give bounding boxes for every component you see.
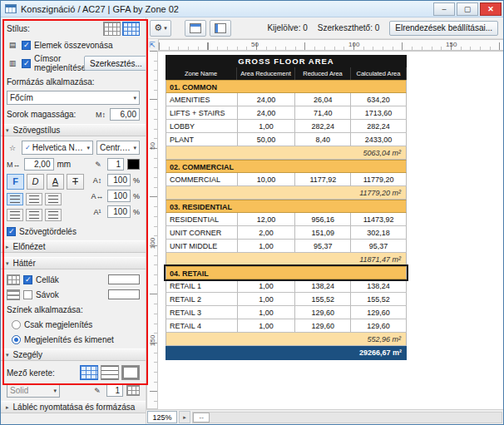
char-spacing-input[interactable]: 100 [107, 190, 131, 202]
cells-color-swatch[interactable] [108, 274, 140, 284]
section-footer[interactable]: ▸ Lábléc nyomtatása és formázása [1, 401, 146, 413]
table-cell[interactable]: AMENITIES [166, 93, 238, 106]
table-row[interactable]: RETAIL 31,00129,60129,60 [166, 306, 407, 319]
table-row[interactable]: RETAIL 41,00129,60129,60 [166, 319, 407, 333]
table-total-row[interactable]: 29266,67 m² [166, 346, 407, 360]
table-cell[interactable]: 1,00 [238, 120, 296, 132]
table-cell[interactable]: 1,00 [238, 240, 296, 252]
font-size-input[interactable]: 2,00 [24, 158, 54, 170]
table-cell[interactable]: 2433,00 [351, 133, 407, 146]
table-cell[interactable]: 1,00 [238, 306, 296, 319]
italic-button[interactable]: D [27, 174, 44, 190]
section-border[interactable]: ▾ Szegély [1, 348, 146, 361]
table-cell[interactable]: 151,09 [295, 226, 351, 239]
table-cell[interactable]: 138,24 [295, 279, 351, 292]
layout-settings-button[interactable]: Elrendezések beállításai... [389, 21, 498, 36]
table-cell[interactable]: UNIT MIDDLE [166, 240, 238, 252]
column-header-reduced-area[interactable]: Reduced Area [295, 67, 351, 80]
table-row[interactable]: RETAIL 21,00155,52155,52 [166, 293, 407, 306]
border-outline-button[interactable] [121, 365, 140, 380]
align-left-icon[interactable] [7, 193, 23, 205]
table-subtotal-row[interactable]: 552,96 m² [166, 333, 407, 346]
table-cell[interactable]: 24,00 [238, 106, 296, 119]
scroll-right-arrow[interactable]: ▸ [179, 411, 190, 423]
style-grid-plain-button[interactable] [103, 22, 121, 36]
section-background[interactable]: ▾ Háttér [1, 257, 146, 269]
table-cell[interactable]: 95,37 [295, 240, 351, 252]
table-cell[interactable]: 155,52 [351, 293, 407, 305]
table-cell[interactable]: 71,40 [295, 106, 351, 119]
font-select[interactable]: ✓ Helvetica Neue ▾ [22, 141, 93, 155]
section-preview[interactable]: ▸ Előnézet [1, 240, 146, 253]
table-row[interactable]: RESIDENTIAL12,00956,1611473,92 [166, 213, 407, 226]
table-cell[interactable]: 1,00 [238, 293, 296, 305]
align-center-icon[interactable] [26, 193, 42, 205]
table-subtotal-row[interactable]: 5063,04 m² [166, 146, 407, 160]
table-cell[interactable]: 634,20 [351, 93, 407, 106]
border-pen-input[interactable]: 1 [106, 384, 123, 397]
edit-header-button[interactable]: Szerkesztés... [84, 56, 146, 71]
horizontal-ruler[interactable]: 50100150 [158, 39, 503, 51]
table-title[interactable]: GROSS FLOOR AREA [166, 55, 407, 67]
table-row[interactable]: RETAIL 11,00138,24138,24 [166, 279, 407, 293]
font-color-swatch[interactable] [127, 159, 140, 170]
table-cell[interactable]: LIFTS + STAIRS [166, 106, 238, 119]
line-spacing-input[interactable]: 100 [107, 174, 131, 186]
table-cell[interactable]: 1,00 [238, 279, 296, 292]
scrollbar-thumb[interactable]: ↔ [193, 413, 210, 423]
table-cell[interactable]: 2,00 [238, 226, 296, 239]
table-cell[interactable]: 155,52 [295, 293, 351, 305]
pen-set-icon[interactable] [126, 385, 140, 396]
valign-bottom-icon[interactable] [45, 209, 62, 221]
show-header-checkbox[interactable] [22, 59, 31, 68]
horizontal-scrollbar[interactable]: ↔ [192, 412, 502, 423]
minimize-button[interactable]: – [433, 2, 455, 16]
column-header-area-reducement[interactable]: Area Reducement [237, 67, 295, 80]
style-grid-colored-button[interactable] [122, 22, 140, 36]
wrap-text-checkbox[interactable] [7, 227, 16, 236]
pen-number-input[interactable]: 1 [107, 158, 124, 170]
zoom-control[interactable]: 125% [147, 411, 177, 423]
apply-format-select[interactable]: Főcím ▾ [7, 91, 140, 105]
vertical-ruler[interactable]: 50100150 [146, 51, 158, 409]
table-cell[interactable]: RETAIL 1 [166, 279, 238, 292]
cells-checkbox[interactable] [23, 275, 32, 284]
ruler-origin-button[interactable]: ⇱ [146, 39, 158, 51]
border-all-button[interactable] [80, 365, 98, 380]
schedule-canvas[interactable]: GROSS FLOOR AREA Zone Name Area Reduceme… [158, 51, 503, 409]
table-cell[interactable]: 24,00 [238, 93, 296, 106]
table-row[interactable]: LIFTS + STAIRS24,0071,401713,60 [166, 106, 407, 120]
table-cell[interactable]: 282,24 [295, 120, 351, 132]
table-cell[interactable]: 11473,92 [351, 213, 407, 225]
table-row[interactable]: LOBBY1,00282,24282,24 [166, 120, 407, 133]
column-header-zone-name[interactable]: Zone Name [166, 67, 237, 80]
table-subtotal-row[interactable]: 11871,47 m² [166, 253, 407, 266]
row-height-input[interactable]: 6,00 [110, 108, 140, 121]
table-cell[interactable]: RETAIL 4 [166, 319, 238, 332]
table-row[interactable]: UNIT MIDDLE1,0095,3795,37 [166, 240, 407, 253]
maximize-button[interactable]: ▢ [457, 2, 478, 16]
table-cell[interactable]: 1713,60 [351, 106, 407, 119]
table-group-row[interactable]: 03. RESIDENTIAL [166, 200, 407, 213]
table-cell[interactable]: 95,37 [351, 240, 407, 252]
header-style-button[interactable] [185, 20, 206, 37]
table-cell[interactable]: 8,40 [295, 133, 351, 146]
valign-middle-icon[interactable] [26, 209, 42, 221]
table-cell[interactable]: RETAIL 2 [166, 293, 238, 305]
table-cell[interactable]: 1177,92 [295, 173, 351, 185]
stripes-color-swatch[interactable] [108, 289, 140, 299]
table-cell[interactable]: LOBBY [166, 120, 238, 132]
table-group-row[interactable]: 04. RETAIL [166, 266, 407, 279]
table-cell[interactable]: 129,60 [295, 306, 351, 319]
table-cell[interactable]: 138,24 [351, 279, 407, 292]
table-cell[interactable]: 956,16 [295, 213, 351, 225]
table-row[interactable]: UNIT CORNER2,00151,09302,18 [166, 226, 407, 240]
valign-top-icon[interactable] [7, 209, 23, 221]
encoding-select[interactable]: Centr...pean ▾ [96, 141, 140, 155]
table-cell[interactable]: PLANT [166, 133, 238, 146]
table-group-row[interactable]: 01. COMMON [166, 80, 407, 93]
table-cell[interactable]: 11779,20 [351, 173, 407, 185]
table-cell[interactable]: 1,00 [238, 319, 296, 332]
table-cell[interactable]: RETAIL 3 [166, 306, 238, 319]
options-button[interactable]: ⚙ ▾ [150, 20, 171, 37]
